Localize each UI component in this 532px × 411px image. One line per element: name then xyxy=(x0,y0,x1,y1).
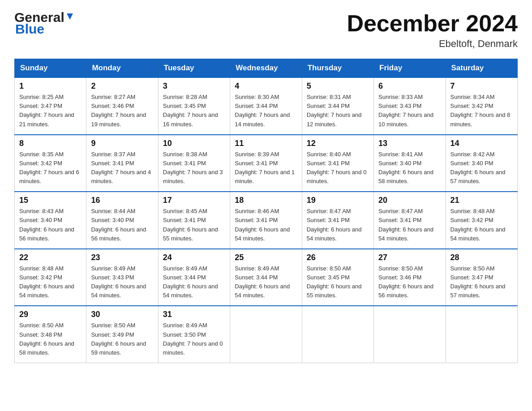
calendar-day-cell: 31Sunrise: 8:49 AMSunset: 3:50 PMDayligh… xyxy=(158,306,230,363)
day-info: Sunrise: 8:48 AMSunset: 3:42 PMDaylight:… xyxy=(450,207,513,243)
day-number: 16 xyxy=(91,196,153,205)
calendar-week-row: 29Sunrise: 8:50 AMSunset: 3:48 PMDayligh… xyxy=(15,306,518,363)
calendar-day-cell: 7Sunrise: 8:34 AMSunset: 3:42 PMDaylight… xyxy=(446,77,517,135)
day-number: 15 xyxy=(19,196,82,205)
title-block: December 2024 Ebeltoft, Denmark xyxy=(347,11,518,50)
day-number: 28 xyxy=(450,253,513,262)
day-info: Sunrise: 8:49 AMSunset: 3:50 PMDaylight:… xyxy=(163,321,225,357)
calendar-body: 1Sunrise: 8:25 AMSunset: 3:47 PMDaylight… xyxy=(15,77,518,363)
calendar-day-cell xyxy=(302,306,373,363)
calendar-day-cell: 19Sunrise: 8:47 AMSunset: 3:41 PMDayligh… xyxy=(302,192,373,249)
calendar-week-row: 8Sunrise: 8:35 AMSunset: 3:42 PMDaylight… xyxy=(15,135,518,192)
day-info: Sunrise: 8:25 AMSunset: 3:47 PMDaylight:… xyxy=(19,93,82,129)
day-number: 13 xyxy=(378,139,441,148)
calendar-day-cell: 23Sunrise: 8:49 AMSunset: 3:43 PMDayligh… xyxy=(86,249,158,306)
day-info: Sunrise: 8:49 AMSunset: 3:43 PMDaylight:… xyxy=(91,264,153,300)
day-info: Sunrise: 8:42 AMSunset: 3:40 PMDaylight:… xyxy=(450,150,513,186)
calendar-day-cell: 11Sunrise: 8:39 AMSunset: 3:41 PMDayligh… xyxy=(230,135,302,192)
day-number: 24 xyxy=(163,253,225,262)
day-number: 3 xyxy=(163,81,225,91)
day-number: 29 xyxy=(19,310,82,319)
day-of-week-header: Thursday xyxy=(302,59,373,78)
day-info: Sunrise: 8:34 AMSunset: 3:42 PMDaylight:… xyxy=(450,93,513,129)
day-info: Sunrise: 8:31 AMSunset: 3:44 PMDaylight:… xyxy=(307,93,369,129)
calendar-day-cell xyxy=(446,306,517,363)
calendar-day-cell: 2Sunrise: 8:27 AMSunset: 3:46 PMDaylight… xyxy=(86,77,158,135)
page-header: General Blue December 2024 Ebeltoft, Den… xyxy=(14,11,518,50)
day-info: Sunrise: 8:41 AMSunset: 3:40 PMDaylight:… xyxy=(378,150,441,186)
calendar-day-cell: 28Sunrise: 8:50 AMSunset: 3:47 PMDayligh… xyxy=(446,249,517,306)
day-number: 25 xyxy=(235,253,297,262)
day-number: 2 xyxy=(91,81,153,91)
calendar-table: SundayMondayTuesdayWednesdayThursdayFrid… xyxy=(14,59,518,363)
calendar-day-cell xyxy=(374,306,446,363)
day-number: 21 xyxy=(450,196,513,205)
logo: General Blue xyxy=(14,11,75,36)
day-number: 4 xyxy=(235,81,297,91)
day-info: Sunrise: 8:28 AMSunset: 3:45 PMDaylight:… xyxy=(163,93,225,129)
day-number: 12 xyxy=(307,139,369,148)
day-number: 26 xyxy=(307,253,369,262)
day-info: Sunrise: 8:40 AMSunset: 3:41 PMDaylight:… xyxy=(307,150,369,186)
calendar-week-row: 15Sunrise: 8:43 AMSunset: 3:40 PMDayligh… xyxy=(15,192,518,249)
day-of-week-header: Saturday xyxy=(446,59,517,78)
day-info: Sunrise: 8:27 AMSunset: 3:46 PMDaylight:… xyxy=(91,93,153,129)
day-of-week-header: Friday xyxy=(374,59,446,78)
day-number: 20 xyxy=(378,196,441,205)
calendar-day-cell: 15Sunrise: 8:43 AMSunset: 3:40 PMDayligh… xyxy=(15,192,86,249)
calendar-day-cell: 18Sunrise: 8:46 AMSunset: 3:41 PMDayligh… xyxy=(230,192,302,249)
day-info: Sunrise: 8:43 AMSunset: 3:40 PMDaylight:… xyxy=(19,207,82,243)
day-info: Sunrise: 8:44 AMSunset: 3:40 PMDaylight:… xyxy=(91,207,153,243)
calendar-week-row: 22Sunrise: 8:48 AMSunset: 3:42 PMDayligh… xyxy=(15,249,518,306)
day-number: 14 xyxy=(450,139,513,148)
calendar-day-cell: 17Sunrise: 8:45 AMSunset: 3:41 PMDayligh… xyxy=(158,192,230,249)
calendar-week-row: 1Sunrise: 8:25 AMSunset: 3:47 PMDaylight… xyxy=(15,77,518,135)
day-info: Sunrise: 8:48 AMSunset: 3:42 PMDaylight:… xyxy=(19,264,82,300)
calendar-day-cell: 10Sunrise: 8:38 AMSunset: 3:41 PMDayligh… xyxy=(158,135,230,192)
calendar-day-cell: 14Sunrise: 8:42 AMSunset: 3:40 PMDayligh… xyxy=(446,135,517,192)
day-number: 11 xyxy=(235,139,297,148)
day-info: Sunrise: 8:49 AMSunset: 3:44 PMDaylight:… xyxy=(163,264,225,300)
day-number: 1 xyxy=(19,81,82,91)
day-info: Sunrise: 8:37 AMSunset: 3:41 PMDaylight:… xyxy=(91,150,153,186)
calendar-day-cell: 29Sunrise: 8:50 AMSunset: 3:48 PMDayligh… xyxy=(15,306,86,363)
calendar-day-cell: 9Sunrise: 8:37 AMSunset: 3:41 PMDaylight… xyxy=(86,135,158,192)
day-info: Sunrise: 8:39 AMSunset: 3:41 PMDaylight:… xyxy=(235,150,297,186)
calendar-day-cell: 13Sunrise: 8:41 AMSunset: 3:40 PMDayligh… xyxy=(374,135,446,192)
calendar-day-cell: 30Sunrise: 8:50 AMSunset: 3:49 PMDayligh… xyxy=(86,306,158,363)
day-info: Sunrise: 8:50 AMSunset: 3:49 PMDaylight:… xyxy=(91,321,153,357)
calendar-day-cell: 5Sunrise: 8:31 AMSunset: 3:44 PMDaylight… xyxy=(302,77,373,135)
day-info: Sunrise: 8:49 AMSunset: 3:44 PMDaylight:… xyxy=(235,264,297,300)
day-of-week-header: Tuesday xyxy=(158,59,230,78)
calendar-day-cell: 4Sunrise: 8:30 AMSunset: 3:44 PMDaylight… xyxy=(230,77,302,135)
calendar-day-cell: 8Sunrise: 8:35 AMSunset: 3:42 PMDaylight… xyxy=(15,135,86,192)
svg-marker-0 xyxy=(67,13,73,20)
day-number: 23 xyxy=(91,253,153,262)
calendar-day-cell: 16Sunrise: 8:44 AMSunset: 3:40 PMDayligh… xyxy=(86,192,158,249)
day-of-week-header: Wednesday xyxy=(230,59,302,78)
day-info: Sunrise: 8:38 AMSunset: 3:41 PMDaylight:… xyxy=(163,150,225,186)
calendar-day-cell: 22Sunrise: 8:48 AMSunset: 3:42 PMDayligh… xyxy=(15,249,86,306)
day-of-week-header: Monday xyxy=(86,59,158,78)
day-info: Sunrise: 8:50 AMSunset: 3:48 PMDaylight:… xyxy=(19,321,82,357)
logo-blue-text: Blue xyxy=(14,22,75,36)
day-number: 17 xyxy=(163,196,225,205)
calendar-day-cell xyxy=(230,306,302,363)
calendar-day-cell: 12Sunrise: 8:40 AMSunset: 3:41 PMDayligh… xyxy=(302,135,373,192)
calendar-day-cell: 27Sunrise: 8:50 AMSunset: 3:46 PMDayligh… xyxy=(374,249,446,306)
page-title: December 2024 xyxy=(347,11,518,36)
day-number: 30 xyxy=(91,310,153,319)
day-info: Sunrise: 8:50 AMSunset: 3:45 PMDaylight:… xyxy=(307,264,369,300)
day-number: 9 xyxy=(91,139,153,148)
calendar-day-cell: 6Sunrise: 8:33 AMSunset: 3:43 PMDaylight… xyxy=(374,77,446,135)
day-info: Sunrise: 8:35 AMSunset: 3:42 PMDaylight:… xyxy=(19,150,82,186)
days-of-week-row: SundayMondayTuesdayWednesdayThursdayFrid… xyxy=(15,59,518,78)
day-number: 18 xyxy=(235,196,297,205)
calendar-day-cell: 3Sunrise: 8:28 AMSunset: 3:45 PMDaylight… xyxy=(158,77,230,135)
calendar-day-cell: 20Sunrise: 8:47 AMSunset: 3:41 PMDayligh… xyxy=(374,192,446,249)
day-number: 6 xyxy=(378,81,441,91)
day-number: 7 xyxy=(450,81,513,91)
calendar-day-cell: 21Sunrise: 8:48 AMSunset: 3:42 PMDayligh… xyxy=(446,192,517,249)
day-number: 8 xyxy=(19,139,82,148)
day-info: Sunrise: 8:46 AMSunset: 3:41 PMDaylight:… xyxy=(235,207,297,243)
